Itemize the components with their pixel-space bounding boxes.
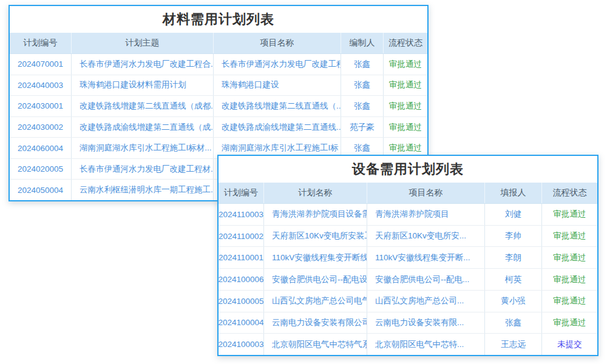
table-row[interactable]: 2024040003珠海鹤港口建设材料需用计划珠海鹤港口建设张鑫审批通过 bbox=[10, 75, 427, 96]
cell-reporter: 柯英 bbox=[484, 269, 541, 290]
column-header: 计划编号 bbox=[10, 33, 71, 53]
cell-plan-subject: 湖南洞庭湖水库引水工程施工I标材... bbox=[71, 138, 213, 158]
column-header: 编制人 bbox=[341, 33, 383, 53]
cell-plan-number: 2024030001 bbox=[10, 96, 71, 116]
cell-project-name: 改建铁路线增建第二线直通线（... bbox=[213, 96, 341, 116]
cell-plan-name: 北京朝阳区电气中芯特气系统... bbox=[263, 334, 367, 355]
cell-status: 审批通过 bbox=[383, 96, 427, 116]
cell-plan-subject: 长春市伊通河水力发电厂改建工程合... bbox=[71, 54, 213, 75]
column-header: 计划主题 bbox=[71, 33, 213, 53]
table-row[interactable]: 2024110003青海洪湖养护院项目设备需用...青海洪湖养护院项目刘健审批通… bbox=[219, 204, 597, 226]
cell-project-name: 天府新区10Kv变电所安... bbox=[367, 226, 484, 247]
equipment-plan-header-row: 计划编号计划名称项目名称填报人流程状态 bbox=[219, 183, 597, 204]
cell-plan-subject: 改建铁路线增建第二线直通线（成都... bbox=[71, 96, 213, 116]
cell-compiler: 张鑫 bbox=[341, 96, 383, 116]
table-row[interactable]: 2024100004云南电力设备安装有限公司20...云南电力设备安装有限...… bbox=[219, 312, 597, 334]
cell-reporter: 刘健 bbox=[484, 204, 541, 225]
cell-plan-name: 山西弘文房地产总公司电气安... bbox=[263, 291, 367, 312]
cell-plan-subject: 珠海鹤港口建设材料需用计划 bbox=[71, 75, 213, 96]
cell-project-name: 改建铁路成渝线增建第二直通线... bbox=[213, 117, 341, 138]
column-header: 流程状态 bbox=[541, 183, 597, 203]
material-plan-header-row: 计划编号计划主题项目名称编制人流程状态 bbox=[10, 33, 427, 54]
cell-plan-subject: 改建铁路成渝线增建第二直通线（成... bbox=[71, 117, 213, 138]
table-row[interactable]: 2024110002天府新区10Kv变电所安装工程...天府新区10Kv变电所安… bbox=[219, 226, 597, 248]
table-row[interactable]: 2024100006安徽合肥供电公司--配电设备...安徽合肥供电公司--配电.… bbox=[219, 269, 597, 291]
cell-project-name: 安徽合肥供电公司--配电... bbox=[367, 269, 484, 290]
cell-compiler: 张鑫 bbox=[341, 75, 383, 96]
cell-plan-name: 青海洪湖养护院项目设备需用... bbox=[263, 204, 367, 225]
cell-project-name: 长春市伊通河水力发电厂改建工程 bbox=[213, 54, 341, 75]
cell-plan-number: 2024070001 bbox=[10, 54, 71, 75]
cell-plan-name: 安徽合肥供电公司--配电设备... bbox=[263, 269, 367, 290]
equipment-plan-table: 2024110003青海洪湖养护院项目设备需用...青海洪湖养护院项目刘健审批通… bbox=[219, 204, 597, 355]
equipment-plan-window: 设备需用计划列表 计划编号计划名称项目名称填报人流程状态 2024110003青… bbox=[217, 155, 599, 356]
column-header: 计划名称 bbox=[263, 183, 367, 203]
table-row[interactable]: 2024100003北京朝阳区电气中芯特气系统...北京朝阳区电气中芯特...王… bbox=[219, 334, 597, 355]
cell-status: 审批通过 bbox=[541, 247, 597, 268]
cell-status: 审批通过 bbox=[383, 117, 427, 138]
cell-project-name: 青海洪湖养护院项目 bbox=[367, 204, 484, 225]
cell-plan-name: 110kV安徽线程集变开断线路... bbox=[263, 247, 367, 268]
cell-plan-number: 2024110003 bbox=[219, 204, 263, 225]
cell-plan-number: 2024020005 bbox=[10, 159, 71, 180]
cell-status: 审批通过 bbox=[383, 75, 427, 96]
cell-plan-subject: 云南水利枢纽潜明水库一期工程施工... bbox=[71, 180, 213, 200]
cell-plan-number: 2024050004 bbox=[10, 180, 71, 200]
table-row[interactable]: 2024070001长春市伊通河水力发电厂改建工程合...长春市伊通河水力发电厂… bbox=[10, 54, 427, 75]
column-header: 流程状态 bbox=[383, 33, 427, 53]
cell-plan-number: 2024030002 bbox=[10, 117, 71, 138]
table-row[interactable]: 2024030002改建铁路成渝线增建第二直通线（成...改建铁路成渝线增建第二… bbox=[10, 117, 427, 138]
table-row[interactable]: 2024110001110kV安徽线程集变开断线路...110kV安徽线程集变开… bbox=[219, 247, 597, 269]
cell-project-name: 山西弘文房地产总公司... bbox=[367, 291, 484, 312]
cell-plan-name: 云南电力设备安装有限公司20... bbox=[263, 312, 367, 334]
material-plan-title: 材料需用计划列表 bbox=[10, 6, 427, 33]
page: 材料需用计划列表 计划编号计划主题项目名称编制人流程状态 2024070001长… bbox=[0, 0, 607, 364]
cell-plan-number: 2024100005 bbox=[219, 291, 263, 312]
cell-plan-number: 2024040003 bbox=[10, 75, 71, 96]
cell-plan-number: 2024110001 bbox=[219, 247, 263, 268]
cell-compiler: 苑子豪 bbox=[341, 117, 383, 138]
column-header: 项目名称 bbox=[367, 183, 484, 203]
table-row[interactable]: 2024100005山西弘文房地产总公司电气安...山西弘文房地产总公司...黄… bbox=[219, 291, 597, 312]
cell-status: 审批通过 bbox=[541, 226, 597, 247]
column-header: 计划编号 bbox=[219, 183, 263, 203]
cell-plan-number: 2024060004 bbox=[10, 138, 71, 158]
cell-plan-subject: 长春市伊通河水力发电厂改建工程材... bbox=[71, 159, 213, 180]
cell-compiler: 张鑫 bbox=[341, 54, 383, 75]
cell-status: 未提交 bbox=[541, 334, 597, 355]
cell-reporter: 王志远 bbox=[484, 334, 541, 355]
cell-plan-number: 2024100003 bbox=[219, 334, 263, 355]
table-row[interactable]: 2024030001改建铁路线增建第二线直通线（成都...改建铁路线增建第二线直… bbox=[10, 96, 427, 117]
cell-plan-number: 2024100006 bbox=[219, 269, 263, 290]
cell-project-name: 北京朝阳区电气中芯特... bbox=[367, 334, 484, 355]
cell-status: 审批通过 bbox=[541, 204, 597, 225]
cell-status: 审批通过 bbox=[541, 269, 597, 290]
cell-reporter: 张鑫 bbox=[484, 312, 541, 334]
column-header: 项目名称 bbox=[213, 33, 341, 53]
cell-status: 审批通过 bbox=[541, 291, 597, 312]
cell-reporter: 李帅 bbox=[484, 226, 541, 247]
column-header: 填报人 bbox=[484, 183, 541, 203]
cell-project-name: 云南电力设备安装有限... bbox=[367, 312, 484, 334]
cell-plan-number: 2024110002 bbox=[219, 226, 263, 247]
cell-project-name: 珠海鹤港口建设 bbox=[213, 75, 341, 96]
cell-project-name: 110kV安徽线程集变开断... bbox=[367, 247, 484, 268]
equipment-plan-title: 设备需用计划列表 bbox=[219, 156, 597, 183]
cell-status: 审批通过 bbox=[383, 54, 427, 75]
cell-reporter: 黄小强 bbox=[484, 291, 541, 312]
cell-reporter: 李朗 bbox=[484, 247, 541, 268]
cell-status: 审批通过 bbox=[541, 312, 597, 334]
cell-plan-name: 天府新区10Kv变电所安装工程... bbox=[263, 226, 367, 247]
cell-plan-number: 2024100004 bbox=[219, 312, 263, 334]
